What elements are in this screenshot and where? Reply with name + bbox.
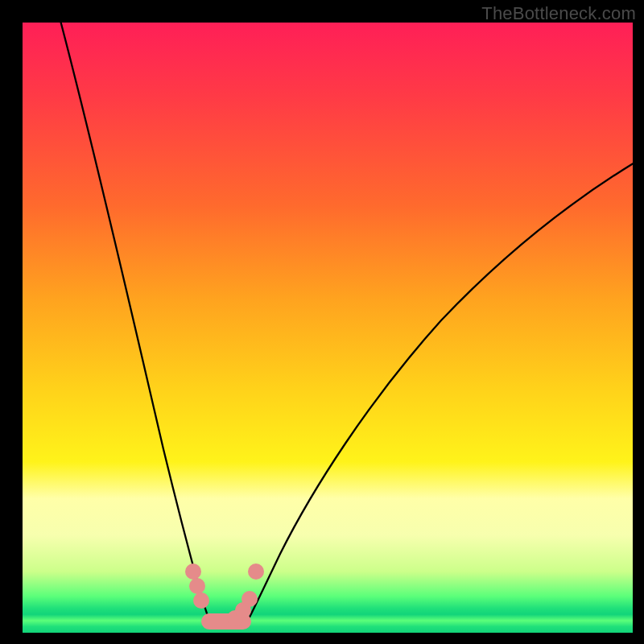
- svg-point-7: [248, 564, 264, 580]
- left-curve: [59, 23, 213, 628]
- svg-point-0: [185, 564, 201, 580]
- chart-frame: TheBottleneck.com: [0, 0, 644, 644]
- right-curve: [244, 158, 633, 628]
- svg-point-2: [193, 592, 209, 609]
- svg-point-6: [242, 591, 258, 607]
- svg-point-1: [189, 578, 205, 594]
- watermark-text: TheBottleneck.com: [481, 3, 636, 24]
- plot-area: [23, 23, 633, 633]
- curve-layer: [23, 23, 633, 633]
- valley-markers: [185, 564, 264, 630]
